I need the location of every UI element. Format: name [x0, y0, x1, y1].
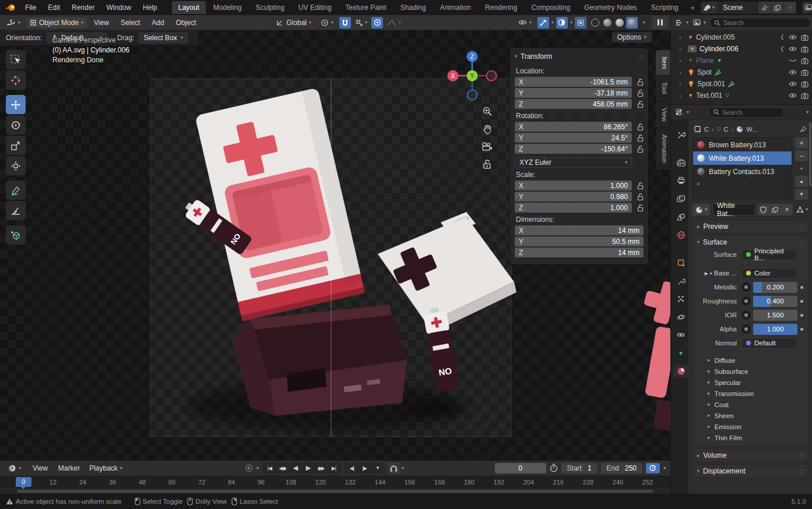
- lock-scale-x-icon[interactable]: [632, 182, 644, 189]
- rotation-y-field[interactable]: Y24.5°: [515, 133, 632, 143]
- tab-object-properties[interactable]: [673, 256, 688, 269]
- material-slot-white-battery[interactable]: White Battery.013: [693, 151, 792, 165]
- lock-location-z-icon[interactable]: [632, 101, 644, 108]
- lock-rotation-y-icon[interactable]: [632, 135, 644, 142]
- tab-particle-properties[interactable]: [673, 292, 688, 305]
- outliner-search[interactable]: [709, 17, 811, 28]
- tool-measure[interactable]: [6, 201, 26, 220]
- tool-transform[interactable]: [6, 156, 26, 175]
- section-subsurface[interactable]: ▸Subsurface: [693, 366, 808, 377]
- scene-pin-icon[interactable]: [758, 2, 771, 13]
- playback-sync-button[interactable]: [646, 463, 660, 473]
- timeline-menu-view[interactable]: View: [28, 462, 52, 474]
- add-slot-button[interactable]: +: [795, 137, 808, 149]
- scene-delete-button[interactable]: ×: [783, 2, 796, 13]
- material-slot-brown-battery[interactable]: Brown Battery.013: [693, 138, 792, 151]
- tool-scale[interactable]: [6, 136, 26, 155]
- panel-drag-grip[interactable]: ::::: [799, 453, 803, 459]
- disable-render-icon[interactable]: [801, 58, 809, 64]
- options-dropdown[interactable]: Options▾: [612, 32, 652, 43]
- normal-field[interactable]: Default: [741, 338, 797, 349]
- shading-dropdown[interactable]: ▾: [638, 17, 650, 29]
- material-name-field[interactable]: White Bat...: [712, 204, 755, 215]
- gizmos-toggle[interactable]: [537, 17, 549, 29]
- browse-material-button[interactable]: ▾: [693, 204, 710, 215]
- expand-icon[interactable]: ›: [679, 80, 685, 87]
- surface-shader-selector[interactable]: Principled B...: [741, 249, 797, 260]
- viewlayer-browse-button[interactable]: ▾: [802, 2, 812, 13]
- metallic-decorator[interactable]: [800, 286, 803, 289]
- remove-slot-button[interactable]: −: [795, 150, 808, 161]
- menu-render[interactable]: Render: [66, 2, 100, 13]
- prev-keyframe-button[interactable]: ◀◆: [276, 463, 289, 473]
- tab-data-properties[interactable]: ▼: [673, 347, 688, 359]
- shading-material-button[interactable]: [614, 17, 625, 29]
- shading-wireframe-button[interactable]: [589, 17, 601, 29]
- tool-rotate[interactable]: [6, 115, 26, 135]
- tab-compositing[interactable]: Compositing: [525, 1, 577, 14]
- scene-browse-button[interactable]: ▾: [701, 2, 717, 13]
- frame-start-field[interactable]: Start1: [561, 463, 597, 473]
- menu-select[interactable]: Select: [116, 17, 145, 29]
- add-workspace-button[interactable]: +: [686, 2, 700, 13]
- outliner-row-text-001[interactable]: › ▼ Text.001 ▽: [679, 90, 811, 101]
- scale-z-field[interactable]: Z1.000: [515, 203, 632, 213]
- hide-eye-icon[interactable]: [789, 69, 797, 75]
- metallic-socket[interactable]: [741, 282, 751, 292]
- location-z-field[interactable]: Z458.05 mm: [515, 99, 632, 109]
- tab-material-properties[interactable]: [673, 365, 688, 377]
- pan-hand-icon[interactable]: [482, 124, 493, 135]
- tab-physics-properties[interactable]: [673, 310, 688, 323]
- hidden-eye-icon[interactable]: [789, 58, 797, 63]
- editor-type-button[interactable]: ▾: [3, 17, 24, 27]
- expand-icon[interactable]: ›: [679, 69, 685, 76]
- tab-constraint-properties[interactable]: [673, 328, 688, 341]
- tool-annotate[interactable]: [6, 181, 26, 200]
- tool-move[interactable]: [6, 95, 26, 114]
- move-slot-up-button[interactable]: ▲: [795, 176, 808, 187]
- material-slot-battery-contacts[interactable]: Battery Contacts.013: [693, 165, 792, 178]
- rotation-x-field[interactable]: X86.265°: [515, 122, 632, 132]
- properties-options-dropdown[interactable]: ▾: [806, 110, 809, 115]
- expand-icon[interactable]: ›: [679, 57, 685, 64]
- tab-shading[interactable]: Shading: [394, 1, 433, 14]
- properties-editor-type-button[interactable]: ▾: [674, 107, 690, 117]
- current-frame-field[interactable]: 0: [495, 463, 546, 473]
- outliner-row-spot[interactable]: › Spot: [679, 66, 811, 78]
- lock-rotation-x-icon[interactable]: [632, 123, 644, 130]
- outliner-row-cylinder-005[interactable]: › ▼ Cylinder.005: [679, 31, 811, 43]
- expand-icon[interactable]: ›: [679, 34, 685, 41]
- menu-object[interactable]: Object: [171, 17, 201, 29]
- alpha-slider[interactable]: 1.000: [753, 324, 797, 335]
- preview-panel-header[interactable]: ▸ Preview ::::: [693, 220, 808, 233]
- section-diffuse[interactable]: ▸Diffuse: [693, 355, 808, 366]
- mode-selector[interactable]: Object Mode ▾: [26, 17, 87, 28]
- alpha-decorator[interactable]: [800, 328, 803, 331]
- disable-render-icon[interactable]: [801, 69, 809, 76]
- new-material-copy-button[interactable]: [769, 204, 781, 215]
- drag-dropdown[interactable]: Select Box ▾: [139, 33, 187, 43]
- rotation-z-field[interactable]: Z-150.64°: [515, 144, 632, 154]
- play-button[interactable]: ▶: [302, 463, 314, 473]
- disable-render-icon[interactable]: [801, 81, 809, 87]
- sidebar-tab-tool[interactable]: Tool: [656, 76, 670, 100]
- transform-orientation-selector[interactable]: Global ▾: [273, 17, 315, 28]
- dimensions-z-field[interactable]: Z14 mm: [515, 248, 644, 257]
- tab-tool-properties[interactable]: [673, 128, 688, 141]
- roughness-decorator[interactable]: [800, 300, 803, 303]
- tab-world-properties[interactable]: [673, 228, 688, 241]
- next-keyframe-button[interactable]: ◆▶: [315, 463, 327, 473]
- panel-drag-grip[interactable]: ::::: [799, 239, 803, 246]
- overlays-toggle[interactable]: [556, 17, 568, 29]
- scale-y-field[interactable]: Y0.980: [515, 192, 632, 202]
- menu-help[interactable]: Help: [138, 2, 163, 13]
- base-color-field[interactable]: Color: [741, 268, 797, 279]
- list-resize-grip[interactable]: ::::: [742, 181, 746, 187]
- visibility-dropdown[interactable]: ▾: [515, 18, 535, 27]
- expand-icon[interactable]: ›: [679, 92, 685, 99]
- pivot-point-selector[interactable]: ▾: [317, 17, 337, 28]
- tab-viewlayer-properties[interactable]: [673, 192, 688, 205]
- dimensions-y-field[interactable]: Y50.5 mm: [515, 236, 644, 246]
- tab-animation[interactable]: Animation: [434, 1, 477, 14]
- outliner-row-spot-001[interactable]: › Spot.001: [679, 78, 811, 90]
